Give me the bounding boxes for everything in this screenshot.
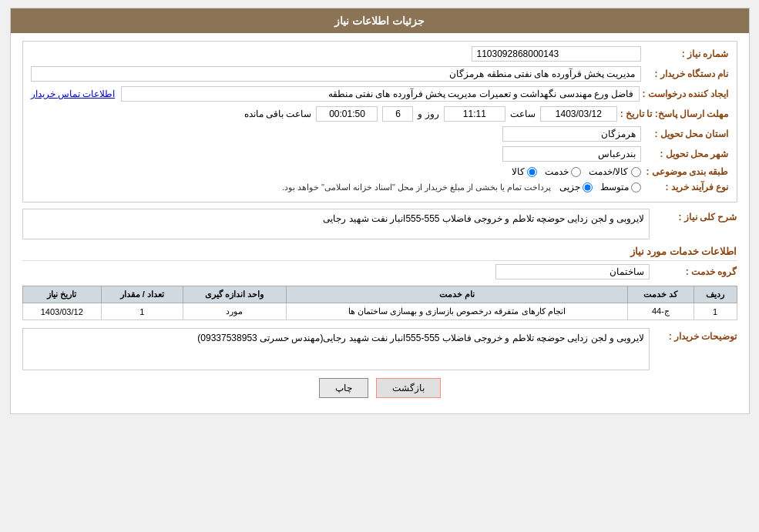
tawsif-label: توضیحات خریدار : (653, 328, 737, 342)
cell-radif: 1 (694, 303, 737, 320)
sharh-koli-label: شرح کلی نیاز : (653, 209, 737, 223)
mohlat-date-value: 1403/03/12 (540, 106, 617, 122)
radio-kala-khedmat[interactable] (631, 167, 641, 177)
shahr-value: بندرعباس (502, 146, 641, 162)
back-button[interactable]: بازگشت (376, 378, 441, 398)
grouh-row: گروه خدمت : ساختمان (22, 264, 737, 279)
mohlat-content: 1403/03/12 ساعت 11:11 روز و 6 00:01:50 س… (31, 106, 617, 122)
col-kod: کد خدمت (627, 286, 694, 303)
radio-khedmat-label: خدمت (545, 166, 569, 177)
radio-jozi-item: جزیی (559, 182, 593, 192)
main-info-section: شماره نیاز : 1103092868000143 نام دستگاه… (22, 41, 737, 202)
mohlat-remaining-label: ساعت باقی مانده (244, 109, 312, 119)
no-farayand-content: متوسط جزیی پرداخت تمام یا بخشی از مبلغ خ… (31, 182, 641, 192)
tawsif-container: لایروبی و لجن زدایی حوضچه تلاطم و خروجی … (22, 328, 650, 370)
cell-vahed: مورد (183, 303, 286, 320)
col-tarikh: تاریخ نیاز (22, 286, 101, 303)
radio-kala-khedmat-label: کالا/خدمت (589, 166, 628, 177)
no-farayand-label: نوع فرآیند خرید : (644, 182, 729, 192)
farayand-note: پرداخت تمام یا بخشی از مبلغ خریدار از مح… (282, 182, 552, 192)
ostan-value: هرمزگان (502, 126, 641, 142)
radio-kala-khedmat-item: کالا/خدمت (589, 166, 640, 177)
radio-jozi[interactable] (583, 182, 593, 192)
mohlat-remaining-value: 00:01:50 (316, 106, 378, 122)
tawsif-section: توضیحات خریدار : لایروبی و لجن زدایی حوض… (22, 328, 737, 370)
radio-motovaset-label: متوسط (600, 182, 629, 192)
radio-motovaset-item: متوسط (600, 182, 641, 192)
radio-motovaset[interactable] (631, 182, 641, 192)
radio-kala-label: کالا (512, 166, 525, 177)
mohlat-time-label: ساعت (510, 109, 536, 119)
mohlat-time-value: 11:11 (444, 106, 505, 122)
shahr-label: شهر محل تحویل : (644, 149, 729, 159)
sharh-koli-value: لایروبی و لجن زدایی حوضچه تلاطم و خروجی … (22, 209, 650, 239)
services-table: ردیف کد خدمت نام خدمت واحد اندازه گیری ت… (22, 286, 737, 320)
mohlat-days-value: 6 (382, 106, 413, 122)
radio-khedmat-item: خدمت (545, 166, 581, 177)
print-button[interactable]: چاپ (319, 378, 368, 398)
shomare-niaz-value: 1103092868000143 (472, 46, 641, 62)
col-tedad: تعداد / مقدار (101, 286, 183, 303)
ijad-konande-content: فاضل ورع مهندسی نگهداشت و تعمیرات مدیریت… (31, 86, 640, 102)
shomare-niaz-label: شماره نیاز : (644, 49, 729, 59)
cell-tarikh: 1403/03/12 (22, 303, 101, 320)
ijad-konande-value: فاضل ورع مهندسی نگهداشت و تعمیرات مدیریت… (121, 86, 639, 102)
col-vahed: واحد اندازه گیری (183, 286, 286, 303)
table-row: 1 ج-44 انجام کارهای متفرقه درخصوص بازساز… (22, 303, 737, 320)
shahr-row: شهر محل تحویل : بندرعباس (31, 146, 729, 162)
grouh-value: ساختمان (495, 264, 650, 279)
page-title: جزئیات اطلاعات نیاز (334, 15, 425, 27)
mohlat-days-label: روز و (418, 109, 438, 119)
grouh-label: گروه خدمت : (653, 266, 737, 277)
tawsif-value: لایروبی و لجن زدایی حوضچه تلاطم و خروجی … (22, 328, 650, 370)
mohlat-label: مهلت ارسال پاسخ: تا تاریخ : (620, 109, 729, 119)
services-table-section: ردیف کد خدمت نام خدمت واحد اندازه گیری ت… (22, 286, 737, 320)
nam-dastgah-label: نام دستگاه خریدار : (644, 69, 729, 79)
contact-info-link[interactable]: اطلاعات تماس خریدار (31, 89, 116, 99)
col-nam: نام خدمت (286, 286, 627, 303)
no-farayand-row: نوع فرآیند خرید : متوسط جزیی پرداخت تمام… (31, 182, 729, 192)
tabaghe-label: طبقه بندی موضوعی : (644, 166, 729, 177)
button-row: بازگشت چاپ (22, 378, 737, 398)
cell-nam: انجام کارهای متفرقه درخصوص بازسازی و بهس… (286, 303, 627, 320)
shomare-niaz-row: شماره نیاز : 1103092868000143 (31, 46, 729, 62)
table-body: 1 ج-44 انجام کارهای متفرقه درخصوص بازساز… (22, 303, 737, 320)
table-head: ردیف کد خدمت نام خدمت واحد اندازه گیری ت… (22, 286, 737, 303)
farayand-radio-group: متوسط جزیی (559, 182, 641, 192)
mohlat-row: مهلت ارسال پاسخ: تا تاریخ : 1403/03/12 س… (31, 106, 729, 122)
table-header-row: ردیف کد خدمت نام خدمت واحد اندازه گیری ت… (22, 286, 737, 303)
radio-kala-item: کالا (512, 166, 537, 177)
nam-dastgah-value: مدیریت پخش فرآورده های نفتی منطقه هرمزگا… (31, 66, 641, 82)
radio-kala[interactable] (527, 167, 537, 177)
ostan-row: استان محل تحویل : هرمزگان (31, 126, 729, 142)
tabaghe-radio-group: کالا/خدمت خدمت کالا (512, 166, 640, 177)
ostan-label: استان محل تحویل : (644, 129, 729, 139)
tabaghe-row: طبقه بندی موضوعی : کالا/خدمت خدمت کالا (31, 166, 729, 177)
ijad-konande-label: ایجاد کننده درخواست : (643, 89, 729, 99)
cell-tedad: 1 (101, 303, 183, 320)
sharh-koli-container: لایروبی و لجن زدایی حوضچه تلاطم و خروجی … (22, 209, 650, 239)
radio-khedmat[interactable] (571, 167, 581, 177)
radio-jozi-label: جزیی (559, 182, 580, 192)
page-header: جزئیات اطلاعات نیاز (11, 8, 749, 33)
nam-dastgah-row: نام دستگاه خریدار : مدیریت پخش فرآورده ه… (31, 66, 729, 82)
cell-kod: ج-44 (627, 303, 694, 320)
khadamat-section-title: اطلاعات خدمات مورد نیاز (22, 246, 737, 261)
col-radif: ردیف (694, 286, 737, 303)
sharh-koli-section: شرح کلی نیاز : لایروبی و لجن زدایی حوضچه… (22, 209, 737, 239)
ijad-konande-row: ایجاد کننده درخواست : فاضل ورع مهندسی نگ… (31, 86, 729, 102)
